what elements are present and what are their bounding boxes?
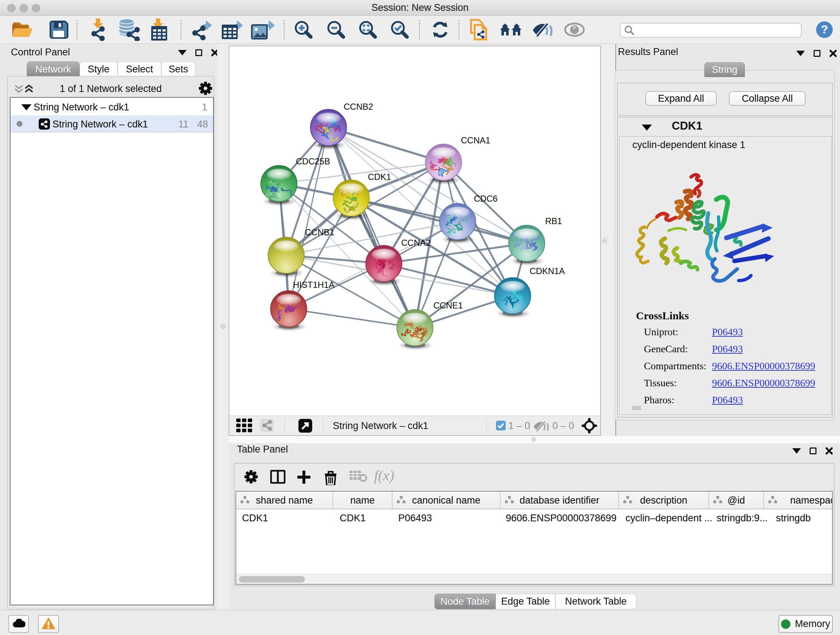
scrollbar-thumb[interactable] (239, 576, 305, 583)
gear-icon[interactable] (244, 470, 258, 485)
float-results-icon[interactable] (796, 51, 805, 56)
network-share-badge-icon (39, 119, 50, 130)
table-cell[interactable]: stringdb:9... (717, 513, 767, 524)
network-view-canvas[interactable]: CCNB2CCNA1CDC25BCDK1CDC6RB1CCNB1CCNA2CDK… (229, 46, 601, 436)
refresh-button[interactable] (432, 21, 448, 38)
maximize-table-icon[interactable] (810, 448, 816, 454)
gene-section-expander-icon[interactable] (642, 125, 652, 131)
delete-column-icon[interactable] (324, 470, 337, 486)
import-network-button[interactable] (88, 19, 108, 41)
import-database-button[interactable] (118, 19, 141, 41)
tab-network[interactable]: Network (27, 62, 80, 76)
export-network-button[interactable] (191, 19, 212, 40)
tab-node-table[interactable]: Node Table (434, 594, 496, 609)
delete-table-icon[interactable] (349, 470, 368, 484)
search-input[interactable] (635, 25, 801, 35)
network-edge-CDK1-RB1[interactable] (351, 198, 527, 243)
left-splitter[interactable] (217, 44, 229, 610)
zoom-in-button[interactable] (294, 20, 313, 39)
tab-select[interactable]: Select (118, 62, 161, 76)
tab-sets[interactable]: Sets (161, 62, 195, 76)
fit-content-crosshair-icon[interactable] (581, 418, 597, 435)
table-cell[interactable]: 9606.ENSP00000378699 (506, 513, 616, 524)
tab-network-table[interactable]: Network Table (555, 594, 636, 609)
table-cell[interactable]: stringdb (776, 513, 811, 524)
tab-string[interactable]: String (704, 62, 745, 77)
hide-selected-button[interactable] (532, 21, 554, 38)
tab-style[interactable]: Style (80, 62, 118, 76)
help-button[interactable]: ? (816, 21, 833, 38)
table-cell[interactable]: P06493 (398, 513, 432, 524)
network-edge-count: 48 (197, 119, 208, 130)
network-options-gear-icon[interactable] (199, 81, 212, 97)
search-field[interactable] (620, 23, 802, 38)
column-header-database-identifier[interactable]: database identifier (501, 492, 619, 509)
copy-network-button[interactable] (469, 19, 490, 41)
string-results-container: Expand All Collapse All CDK1 cyclin-depe… (615, 70, 835, 420)
close-table-icon[interactable] (825, 447, 833, 455)
table-cell[interactable]: cyclin–dependent ... (625, 513, 712, 524)
network-edge-HIST1H1A-CCNE1[interactable] (289, 309, 415, 328)
network-node-CCNB2[interactable]: CCNB2 (310, 102, 373, 150)
float-table-icon[interactable] (792, 448, 801, 454)
network-node-CCNA1[interactable]: CCNA1 (425, 135, 490, 185)
crosslink-link[interactable]: P06493 (712, 343, 743, 355)
crosslink-link[interactable]: 9606.ENSP00000378699 (712, 377, 815, 389)
float-panel-icon[interactable] (178, 50, 187, 55)
add-column-icon[interactable] (297, 470, 311, 486)
zoom-fit-button[interactable] (358, 20, 377, 39)
first-neighbors-button[interactable] (499, 22, 523, 37)
split-view-icon[interactable] (270, 470, 286, 485)
network-collection-row[interactable]: String Network – cdk1 1 (11, 98, 213, 116)
network-row[interactable]: String Network – cdk1 11 48 (11, 116, 213, 133)
import-table-button[interactable] (150, 19, 169, 41)
table-container: f(x) shared namename canonical name data… (234, 463, 834, 586)
memory-button[interactable]: Memory (778, 615, 833, 633)
birds-eye-view-icon[interactable] (236, 418, 253, 434)
collection-expander-icon[interactable] (21, 104, 32, 111)
maximize-results-icon[interactable] (813, 50, 821, 57)
node-table[interactable]: shared namename canonical name database … (235, 491, 833, 585)
open-session-button[interactable] (11, 20, 33, 39)
column-header-namespace[interactable]: namespace (764, 492, 833, 509)
crosslink-link[interactable]: P06493 (712, 326, 743, 338)
zoom-selected-button[interactable] (390, 20, 409, 39)
horizontal-splitter[interactable] (229, 436, 840, 443)
expand-all-button[interactable]: Expand All (645, 91, 717, 106)
selected-checkbox-icon[interactable] (496, 421, 506, 432)
column-header-@id[interactable]: @id (709, 492, 764, 509)
network-node-CDK1[interactable]: CDK1 (333, 172, 391, 220)
column-header-shared-name[interactable]: shared name (236, 492, 333, 509)
right-splitter[interactable] (601, 44, 615, 436)
network-node-CDKN1A[interactable]: CDKN1A (494, 266, 565, 318)
network-graph[interactable]: CCNB2CCNA1CDC25BCDK1CDC6RB1CCNB1CCNA2CDK… (229, 46, 600, 416)
network-node-RB1[interactable]: RB1 (508, 216, 562, 266)
table-horizontal-scrollbar[interactable] (236, 574, 832, 584)
cloud-button[interactable] (8, 615, 29, 633)
export-image-button[interactable] (251, 19, 274, 40)
table-cell[interactable]: CDK1 (242, 513, 268, 524)
column-header-canonical-name[interactable]: canonical name (393, 492, 501, 509)
save-session-button[interactable] (49, 20, 68, 39)
network-node-CDC6[interactable]: CDC6 (439, 194, 497, 244)
table-cell[interactable]: CDK1 (340, 513, 366, 524)
crosslink-link[interactable]: 9606.ENSP00000378699 (712, 360, 815, 372)
close-results-icon[interactable] (829, 49, 837, 57)
tab-edge-table[interactable]: Edge Table (496, 594, 555, 609)
column-header-description[interactable]: description (619, 492, 709, 509)
collapse-all-button[interactable]: Collapse All (729, 91, 806, 106)
export-table-button[interactable] (221, 19, 242, 40)
maximize-panel-icon[interactable] (195, 49, 202, 56)
right-splitter-handle[interactable] (602, 239, 607, 243)
network-node-HIST1H1A[interactable]: HIST1H1A (271, 280, 335, 331)
column-header-name[interactable]: name (333, 492, 393, 509)
left-splitter-handle[interactable] (221, 324, 226, 329)
warnings-button[interactable] (38, 615, 59, 633)
show-all-button[interactable] (564, 22, 584, 37)
network-node-CCNB1[interactable]: CCNB1 (268, 227, 334, 278)
zoom-out-button[interactable] (327, 20, 346, 39)
horizontal-splitter-handle[interactable] (531, 437, 536, 442)
detach-view-icon[interactable] (298, 419, 312, 434)
crosslink-link[interactable]: P06493 (712, 394, 743, 406)
function-builder-icon[interactable]: f(x) (374, 467, 394, 484)
